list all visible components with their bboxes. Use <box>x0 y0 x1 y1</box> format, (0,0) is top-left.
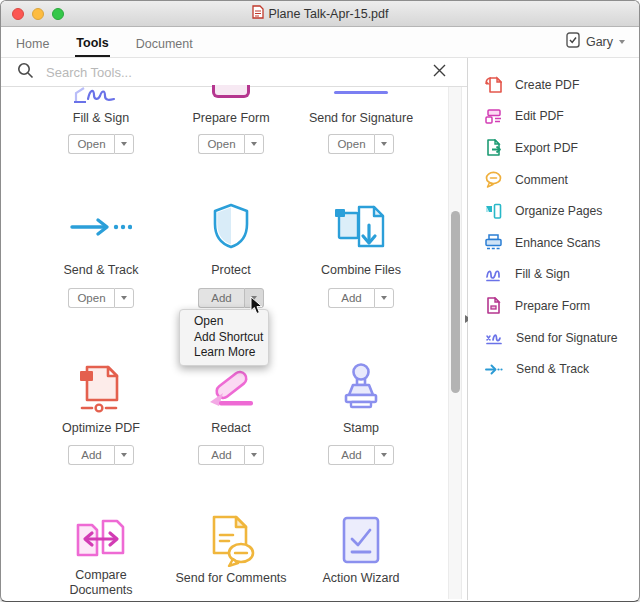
sidebar-item-send-track[interactable]: Send & Track <box>485 353 638 385</box>
dropdown-arrow[interactable] <box>374 288 394 308</box>
tool-redact[interactable] <box>166 361 296 417</box>
tool-protect[interactable] <box>166 199 296 255</box>
redact-add-button[interactable]: Add <box>198 445 264 465</box>
sidebar-item-label: Prepare Form <box>515 299 590 313</box>
sidebar-item-edit-pdf[interactable]: Edit PDF <box>485 101 638 133</box>
compare-documents-icon <box>73 515 129 565</box>
dropdown-arrow[interactable] <box>244 288 264 308</box>
protect-shield-icon <box>210 202 252 252</box>
sidebar-item-fill-sign[interactable]: Fill & Sign <box>485 259 638 291</box>
protect-add-button[interactable]: Add <box>198 288 264 308</box>
tool-optimize-pdf[interactable] <box>36 361 166 417</box>
tabbar: Home Tools Document Gary <box>1 27 639 58</box>
sidebar-item-label: Create PDF <box>515 78 579 92</box>
tab-home[interactable]: Home <box>15 29 50 56</box>
sidebar-item-label: Fill & Sign <box>515 267 570 281</box>
create-pdf-icon <box>485 76 502 93</box>
pdf-file-icon <box>252 5 264 23</box>
dropdown-arrow[interactable] <box>244 445 264 465</box>
stamp-add-button[interactable]: Add <box>328 445 394 465</box>
close-window-button[interactable] <box>12 8 24 20</box>
user-account-button[interactable]: Gary <box>566 32 625 52</box>
minimize-window-button[interactable] <box>32 8 44 20</box>
organize-pages-icon <box>485 203 502 220</box>
tool-send-comments[interactable] <box>166 513 296 567</box>
tools-sidebar: Create PDF Edit PDF Export PDF <box>468 58 638 600</box>
tool-label: Redact <box>211 421 251 436</box>
send-track-open-button[interactable]: Open <box>68 288 134 308</box>
fill-sign-icon <box>73 85 129 103</box>
combine-files-icon <box>332 201 390 253</box>
fill-sign-open-button[interactable]: Open <box>68 134 134 154</box>
dropdown-arrow[interactable] <box>114 288 134 308</box>
chevron-down-icon <box>619 40 625 44</box>
user-name: Gary <box>586 35 613 49</box>
tool-label: Send & Track <box>63 263 138 278</box>
stamp-icon <box>338 362 384 416</box>
menu-item-open[interactable]: Open <box>180 314 268 330</box>
tool-label: Prepare Form <box>192 111 269 126</box>
scrollbar-track[interactable] <box>448 87 462 599</box>
tab-tools[interactable]: Tools <box>75 28 109 57</box>
sidebar-item-export-pdf[interactable]: Export PDF <box>485 132 638 164</box>
tool-send-signature-icon-fragment[interactable] <box>296 85 426 94</box>
tool-label: Stamp <box>343 421 379 436</box>
export-pdf-icon <box>485 139 502 156</box>
search-input[interactable] <box>44 64 432 81</box>
tool-prepare-form-icon-fragment[interactable] <box>166 85 296 98</box>
fill-sign-icon <box>485 266 502 283</box>
tool-label: Compare Documents <box>56 568 146 598</box>
sidebar-item-create-pdf[interactable]: Create PDF <box>485 69 638 101</box>
prepare-form-open-button[interactable]: Open <box>198 134 264 154</box>
tool-action-wizard[interactable] <box>296 513 426 567</box>
sidebar-item-enhance-scans[interactable]: Enhance Scans <box>485 227 638 259</box>
sidebar-item-label: Enhance Scans <box>515 236 600 250</box>
dropdown-arrow[interactable] <box>114 134 134 154</box>
tool-combine-files[interactable] <box>296 199 426 255</box>
send-signature-open-button[interactable]: Open <box>328 134 394 154</box>
send-for-signature-icon <box>334 91 388 94</box>
tool-send-track[interactable] <box>36 199 166 255</box>
sidebar-item-organize-pages[interactable]: Organize Pages <box>485 195 638 227</box>
titlebar: Plane Talk-Apr-15.pdf <box>1 1 639 27</box>
menu-item-add-shortcut[interactable]: Add Shortcut <box>180 330 268 346</box>
tool-label: Send for Comments <box>175 571 286 586</box>
tool-label: Combine Files <box>321 263 401 278</box>
combine-files-add-button[interactable]: Add <box>328 288 394 308</box>
sidebar-item-comment[interactable]: Comment <box>485 164 638 196</box>
prepare-form-icon <box>212 85 250 98</box>
sidebar-item-label: Export PDF <box>515 141 578 155</box>
dropdown-arrow[interactable] <box>374 445 394 465</box>
tool-compare-documents[interactable] <box>36 513 166 567</box>
enhance-scans-icon <box>485 234 502 251</box>
sidebar-item-label: Send & Track <box>516 362 589 376</box>
tool-label: Optimize PDF <box>62 421 140 436</box>
tab-document[interactable]: Document <box>135 29 194 56</box>
tool-fill-sign-icon-fragment[interactable] <box>36 85 166 103</box>
window-title: Plane Talk-Apr-15.pdf <box>269 7 389 21</box>
send-for-signature-icon <box>485 329 503 346</box>
sidebar-item-send-for-signature[interactable]: Send for Signature <box>485 322 638 354</box>
protect-add-dropdown-menu: Open Add Shortcut Learn More <box>179 309 269 366</box>
sidebar-item-label: Organize Pages <box>515 204 602 218</box>
menu-item-learn-more[interactable]: Learn More <box>180 345 268 361</box>
send-track-icon <box>70 217 132 237</box>
zoom-window-button[interactable] <box>52 8 64 20</box>
edit-pdf-icon <box>485 108 502 125</box>
sidebar-item-label: Edit PDF <box>515 109 564 123</box>
comment-icon <box>485 171 502 188</box>
search-toolbar <box>1 58 467 87</box>
close-search-icon[interactable] <box>432 63 447 82</box>
tool-label: Send for Signature <box>309 111 413 126</box>
dropdown-arrow[interactable] <box>374 134 394 154</box>
sidebar-item-prepare-form[interactable]: Prepare Form <box>485 290 638 322</box>
traffic-lights <box>12 8 64 20</box>
tool-label: Fill & Sign <box>73 111 129 126</box>
dropdown-arrow[interactable] <box>114 445 134 465</box>
scrollbar-thumb[interactable] <box>451 211 460 393</box>
dropdown-arrow[interactable] <box>244 134 264 154</box>
tool-label: Action Wizard <box>322 571 399 586</box>
optimize-pdf-add-button[interactable]: Add <box>68 445 134 465</box>
tool-stamp[interactable] <box>296 361 426 417</box>
send-for-comments-icon <box>204 513 258 567</box>
